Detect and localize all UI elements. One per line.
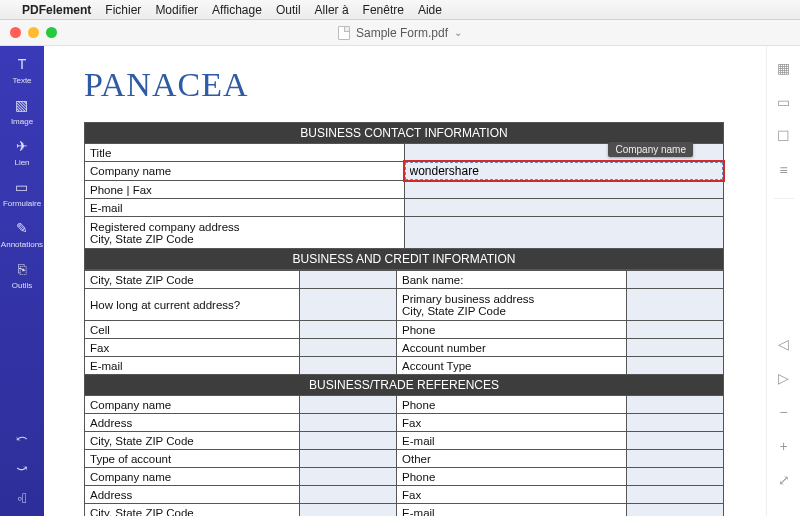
field-regaddr-label: Registered company address City, State Z…: [85, 217, 405, 249]
s2-l1: How long at current address?: [85, 289, 300, 321]
tool-form[interactable]: ▭Formulaire: [3, 177, 41, 208]
tool-tools-label: Outils: [12, 281, 32, 290]
s3-l3: Type of account: [85, 450, 300, 468]
s3-r3: Other: [397, 450, 627, 468]
section-credit-info: City, State ZIP Code Bank name: How long…: [84, 270, 724, 516]
chevron-down-icon[interactable]: ⌄: [454, 27, 462, 38]
document-icon: [338, 26, 350, 40]
s2-lv3[interactable]: [300, 339, 397, 357]
s3-l5: Address: [85, 486, 300, 504]
tool-annotations[interactable]: ✎Annotations: [1, 218, 43, 249]
s3-r2: E-mail: [397, 432, 627, 450]
s2-rv1[interactable]: [627, 289, 724, 321]
s3-l2: City, State ZIP Code: [85, 432, 300, 450]
s3-r4: Phone: [397, 468, 627, 486]
bookmark-icon[interactable]: ☐: [776, 128, 792, 144]
undo-button[interactable]: ⤺: [16, 430, 28, 446]
s2-rv0[interactable]: [627, 271, 724, 289]
menu-help[interactable]: Aide: [418, 3, 442, 17]
s3-lv1[interactable]: [300, 414, 397, 432]
s3-lv4[interactable]: [300, 468, 397, 486]
menu-goto[interactable]: Aller à: [315, 3, 349, 17]
s2-l4: E-mail: [85, 357, 300, 375]
zoom-in-icon[interactable]: +: [776, 438, 792, 454]
tool-image[interactable]: ▧Image: [11, 95, 33, 126]
tool-tools[interactable]: ⎘Outils: [12, 259, 32, 290]
s2-r2: Phone: [397, 321, 627, 339]
menu-file[interactable]: Fichier: [105, 3, 141, 17]
tool-annotations-label: Annotations: [1, 240, 43, 249]
s2-r3: Account number: [397, 339, 627, 357]
s3-l1: Address: [85, 414, 300, 432]
user-button[interactable]: ◦⃝: [17, 490, 27, 506]
s3-lv5[interactable]: [300, 486, 397, 504]
field-company-cell: Company name: [404, 162, 724, 181]
list-icon[interactable]: ≡: [776, 162, 792, 178]
grid-view-icon[interactable]: ▦: [776, 60, 792, 76]
field-email-label: E-mail: [85, 199, 405, 217]
brand-heading: PANACEA: [84, 66, 736, 104]
s2-lv4[interactable]: [300, 357, 397, 375]
field-tooltip: Company name: [608, 142, 693, 157]
app-menu[interactable]: PDFelement: [22, 3, 91, 17]
text-icon: T: [12, 54, 32, 74]
s3-r6: E-mail: [397, 504, 627, 517]
divider: [774, 198, 794, 199]
s3-rv4[interactable]: [627, 468, 724, 486]
tools-icon: ⎘: [12, 259, 32, 279]
s2-lv1[interactable]: [300, 289, 397, 321]
menu-edit[interactable]: Modifier: [155, 3, 198, 17]
s3-lv6[interactable]: [300, 504, 397, 517]
s2-l2: Cell: [85, 321, 300, 339]
field-company-input[interactable]: [405, 162, 724, 180]
menu-tool[interactable]: Outil: [276, 3, 301, 17]
document-canvas[interactable]: PANACEA BUSINESS CONTACT INFORMATION Tit…: [44, 46, 766, 516]
page-icon[interactable]: ▭: [776, 94, 792, 110]
zoom-out-icon[interactable]: −: [776, 404, 792, 420]
section3-header: BUSINESS/TRADE REFERENCES: [85, 375, 724, 396]
s3-lv0[interactable]: [300, 396, 397, 414]
s3-lv3[interactable]: [300, 450, 397, 468]
prev-page-icon[interactable]: ◁: [776, 336, 792, 352]
section1-header: BUSINESS CONTACT INFORMATION: [85, 123, 724, 144]
redo-button[interactable]: ⤻: [16, 460, 28, 476]
tool-text[interactable]: TTexte: [12, 54, 32, 85]
maximize-button[interactable]: [46, 27, 57, 38]
minimize-button[interactable]: [28, 27, 39, 38]
menu-window[interactable]: Fenêtre: [363, 3, 404, 17]
menu-view[interactable]: Affichage: [212, 3, 262, 17]
section2-header: BUSINESS AND CREDIT INFORMATION: [85, 249, 724, 270]
traffic-lights: [10, 27, 57, 38]
document-filename: Sample Form.pdf: [356, 26, 448, 40]
s2-rv3[interactable]: [627, 339, 724, 357]
tool-form-label: Formulaire: [3, 199, 41, 208]
s3-rv2[interactable]: [627, 432, 724, 450]
left-toolbar: TTexte ▧Image ✈Lien ▭Formulaire ✎Annotat…: [0, 46, 44, 516]
s2-rv2[interactable]: [627, 321, 724, 339]
s2-l0: City, State ZIP Code: [85, 271, 300, 289]
form-icon: ▭: [12, 177, 32, 197]
s2-lv2[interactable]: [300, 321, 397, 339]
next-page-icon[interactable]: ▷: [776, 370, 792, 386]
s3-l4: Company name: [85, 468, 300, 486]
close-button[interactable]: [10, 27, 21, 38]
document-title[interactable]: Sample Form.pdf ⌄: [338, 26, 462, 40]
tool-image-label: Image: [11, 117, 33, 126]
s2-rv4[interactable]: [627, 357, 724, 375]
s3-lv2[interactable]: [300, 432, 397, 450]
s2-lv0[interactable]: [300, 271, 397, 289]
section-contact-info: BUSINESS CONTACT INFORMATION Title Compa…: [84, 122, 724, 270]
s3-rv1[interactable]: [627, 414, 724, 432]
tool-link-label: Lien: [14, 158, 29, 167]
field-email-value[interactable]: [404, 199, 724, 217]
tool-link[interactable]: ✈Lien: [12, 136, 32, 167]
s3-rv6[interactable]: [627, 504, 724, 517]
s3-rv3[interactable]: [627, 450, 724, 468]
s3-rv0[interactable]: [627, 396, 724, 414]
fit-screen-icon[interactable]: ⤢: [776, 472, 792, 488]
link-icon: ✈: [12, 136, 32, 156]
mac-menubar: PDFelement Fichier Modifier Affichage Ou…: [0, 0, 800, 20]
s3-rv5[interactable]: [627, 486, 724, 504]
field-phonefax-value[interactable]: [404, 181, 724, 199]
field-regaddr-value[interactable]: [404, 217, 724, 249]
